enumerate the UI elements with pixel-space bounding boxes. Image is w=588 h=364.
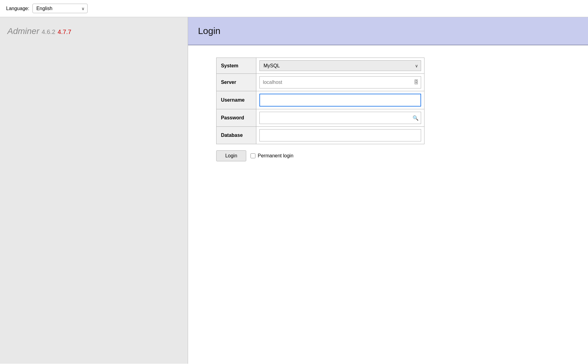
database-label: Database bbox=[217, 127, 256, 144]
main-layout: Adminer 4.6.2 4.7.7 Login System MySQL P… bbox=[0, 17, 588, 364]
system-label: System bbox=[217, 58, 256, 74]
language-select-wrapper: English bbox=[32, 4, 88, 13]
database-cell bbox=[256, 127, 424, 144]
username-label: Username bbox=[217, 91, 256, 109]
system-select[interactable]: MySQL PostgreSQL SQLite Oracle MS SQL bbox=[259, 60, 421, 71]
permanent-login-label: Permanent login bbox=[258, 153, 294, 159]
server-row: Server 🗄 bbox=[217, 74, 424, 91]
content-area: Login System MySQL PostgreSQL SQLite Ora… bbox=[188, 17, 588, 364]
version-new: 4.7.7 bbox=[58, 28, 71, 35]
server-cell: 🗄 bbox=[256, 74, 424, 91]
permanent-login-checkbox[interactable] bbox=[251, 153, 255, 158]
database-input-wrapper bbox=[259, 129, 421, 141]
password-cell: 🔍 bbox=[256, 109, 424, 127]
username-input[interactable] bbox=[259, 94, 421, 107]
version-old: 4.6.2 bbox=[42, 28, 55, 35]
app-name: Adminer bbox=[7, 26, 39, 36]
system-row: System MySQL PostgreSQL SQLite Oracle MS… bbox=[217, 58, 424, 74]
server-input-wrapper: 🗄 bbox=[259, 76, 421, 88]
permanent-login-wrapper: Permanent login bbox=[251, 153, 294, 159]
app-branding: Adminer 4.6.2 4.7.7 bbox=[7, 26, 180, 36]
username-cell bbox=[256, 91, 424, 109]
password-label: Password bbox=[217, 109, 256, 127]
server-input[interactable] bbox=[259, 76, 421, 88]
page-title: Login bbox=[198, 26, 578, 36]
username-row: Username bbox=[217, 91, 424, 109]
password-row: Password 🔍 bbox=[217, 109, 424, 127]
database-input[interactable] bbox=[259, 129, 421, 141]
password-input[interactable] bbox=[259, 112, 421, 124]
login-form-table: System MySQL PostgreSQL SQLite Oracle MS… bbox=[216, 58, 424, 144]
server-label: Server bbox=[217, 74, 256, 91]
language-select[interactable]: English bbox=[32, 4, 88, 13]
language-label: Language: bbox=[6, 6, 29, 11]
system-cell: MySQL PostgreSQL SQLite Oracle MS SQL bbox=[256, 58, 424, 74]
content-header: Login bbox=[188, 17, 588, 45]
actions-row: Login Permanent login bbox=[216, 150, 293, 161]
username-input-wrapper bbox=[259, 94, 421, 107]
database-row: Database bbox=[217, 127, 424, 144]
password-input-wrapper: 🔍 bbox=[259, 112, 421, 124]
login-button[interactable]: Login bbox=[216, 150, 246, 161]
content-body: System MySQL PostgreSQL SQLite Oracle MS… bbox=[188, 45, 588, 174]
system-select-wrapper: MySQL PostgreSQL SQLite Oracle MS SQL bbox=[259, 60, 421, 71]
sidebar: Adminer 4.6.2 4.7.7 bbox=[0, 17, 188, 364]
top-bar: Language: English bbox=[0, 0, 588, 17]
